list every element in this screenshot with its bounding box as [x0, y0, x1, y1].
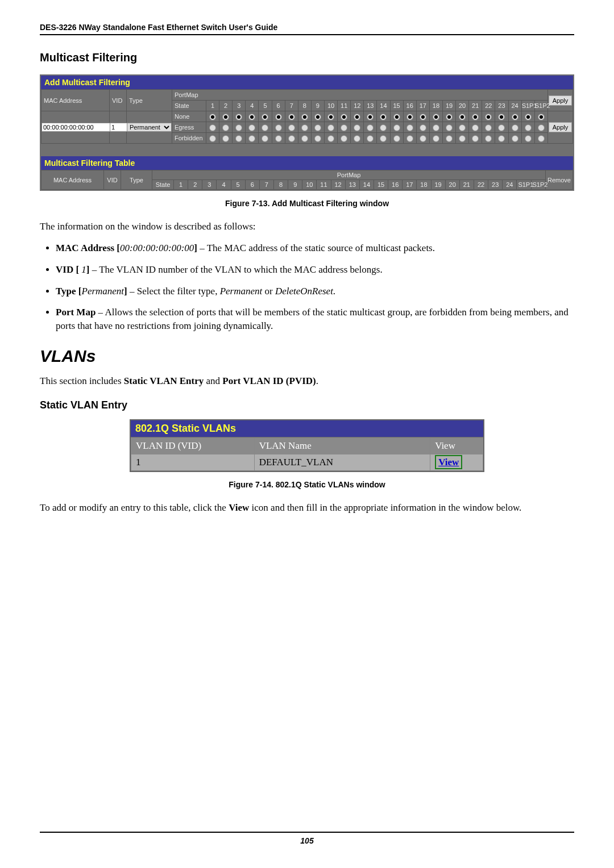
amf-radio[interactable]	[508, 133, 521, 144]
amf-radio[interactable]	[456, 122, 469, 133]
amf-radio[interactable]	[311, 122, 324, 133]
amf-radio[interactable]	[246, 122, 259, 133]
amf-radio[interactable]	[364, 122, 377, 133]
amf-radio[interactable]	[259, 111, 272, 122]
amf-radio[interactable]	[298, 111, 311, 122]
amf-radio[interactable]	[311, 111, 324, 122]
mft-port-h: 9	[288, 180, 302, 190]
amf-apply2-button[interactable]: Apply	[549, 122, 572, 132]
amf-radio[interactable]	[272, 111, 285, 122]
amf-radio[interactable]	[416, 133, 429, 144]
amf-radio[interactable]	[219, 111, 233, 122]
amf-radio[interactable]	[259, 122, 272, 133]
amf-col-type: Type	[127, 90, 172, 111]
svlan-view-link[interactable]: View	[435, 455, 462, 469]
amf-radio[interactable]	[469, 122, 482, 133]
amf-radio[interactable]	[390, 111, 403, 122]
amf-radio[interactable]	[508, 111, 521, 122]
amf-apply-button[interactable]: Apply	[549, 95, 572, 106]
amf-radio[interactable]	[298, 122, 311, 133]
amf-radio[interactable]	[338, 133, 351, 144]
amf-radio[interactable]	[429, 122, 442, 133]
amf-type-select[interactable]: Permanent	[127, 123, 172, 132]
amf-radio[interactable]	[338, 111, 351, 122]
amf-radio[interactable]	[416, 122, 429, 133]
bold-text: Static VLAN Entry	[124, 375, 204, 386]
amf-radio[interactable]	[442, 133, 455, 144]
amf-radio[interactable]	[285, 111, 298, 122]
amf-radio[interactable]	[324, 122, 337, 133]
amf-radio[interactable]	[377, 111, 390, 122]
mft-col-type: Type	[121, 170, 152, 190]
amf-radio[interactable]	[364, 133, 377, 144]
amf-table: MAC Address VID Type PortMap Apply State…	[41, 89, 573, 144]
amf-radio[interactable]	[377, 133, 390, 144]
amf-radio[interactable]	[364, 111, 377, 122]
amf-col-state: State	[172, 101, 206, 111]
amf-radio[interactable]	[377, 122, 390, 133]
amf-radio[interactable]	[442, 122, 455, 133]
amf-radio[interactable]	[429, 111, 442, 122]
amf-radio[interactable]	[521, 133, 534, 144]
amf-radio[interactable]	[233, 122, 246, 133]
amf-radio[interactable]	[469, 111, 482, 122]
amf-radio[interactable]	[469, 133, 482, 144]
amf-radio[interactable]	[429, 133, 442, 144]
amf-radio[interactable]	[338, 122, 351, 133]
amf-radio[interactable]	[403, 111, 416, 122]
amf-port-h: 8	[298, 101, 311, 111]
amf-radio[interactable]	[246, 133, 259, 144]
amf-radio[interactable]	[442, 111, 455, 122]
amf-radio[interactable]	[206, 122, 219, 133]
bullet-type: Type [Permanent] – Select the filter typ…	[56, 285, 574, 298]
amf-radio[interactable]	[495, 133, 508, 144]
amf-radio[interactable]	[390, 122, 403, 133]
amf-mac-input[interactable]	[42, 123, 111, 132]
amf-radio[interactable]	[233, 133, 246, 144]
amf-radio[interactable]	[233, 111, 246, 122]
amf-radio[interactable]	[259, 133, 272, 144]
amf-radio[interactable]	[495, 111, 508, 122]
amf-radio[interactable]	[219, 122, 233, 133]
amf-radio[interactable]	[482, 122, 495, 133]
amf-radio[interactable]	[272, 133, 285, 144]
amf-radio[interactable]	[456, 111, 469, 122]
mft-port-h: 14	[359, 180, 374, 190]
amf-radio[interactable]	[521, 122, 534, 133]
amf-radio[interactable]	[521, 111, 534, 122]
amf-radio[interactable]	[351, 111, 364, 122]
description-list: MAC Address [00:00:00:00:00:00]] – The M…	[56, 241, 574, 333]
bold-text: View	[229, 502, 249, 513]
amf-radio[interactable]	[534, 133, 547, 144]
amf-radio[interactable]	[272, 122, 285, 133]
amf-radio[interactable]	[456, 133, 469, 144]
amf-radio[interactable]	[311, 133, 324, 144]
amf-radio[interactable]	[298, 133, 311, 144]
amf-radio[interactable]	[324, 111, 337, 122]
amf-port-h: 4	[246, 101, 259, 111]
amf-radio[interactable]	[351, 133, 364, 144]
amf-radio[interactable]	[324, 133, 337, 144]
amf-radio[interactable]	[285, 133, 298, 144]
info-line: The information on the window is describ…	[40, 220, 574, 233]
amf-radio[interactable]	[206, 111, 219, 122]
amf-radio[interactable]	[390, 133, 403, 144]
italic-default: 00:00:00:00:00:00	[120, 243, 194, 253]
amf-radio[interactable]	[416, 111, 429, 122]
amf-radio[interactable]	[206, 133, 219, 144]
mft-port-h: 2	[188, 180, 202, 190]
amf-mac-cell	[42, 111, 110, 144]
amf-radio[interactable]	[246, 111, 259, 122]
amf-radio[interactable]	[351, 122, 364, 133]
amf-radio[interactable]	[219, 133, 233, 144]
multicast-filtering-heading: Multicast Filtering	[40, 51, 574, 64]
amf-radio[interactable]	[482, 111, 495, 122]
amf-radio[interactable]	[534, 122, 547, 133]
amf-radio[interactable]	[482, 133, 495, 144]
amf-radio[interactable]	[403, 122, 416, 133]
amf-radio[interactable]	[534, 111, 547, 122]
amf-radio[interactable]	[403, 133, 416, 144]
amf-radio[interactable]	[285, 122, 298, 133]
amf-radio[interactable]	[508, 122, 521, 133]
amf-radio[interactable]	[495, 122, 508, 133]
